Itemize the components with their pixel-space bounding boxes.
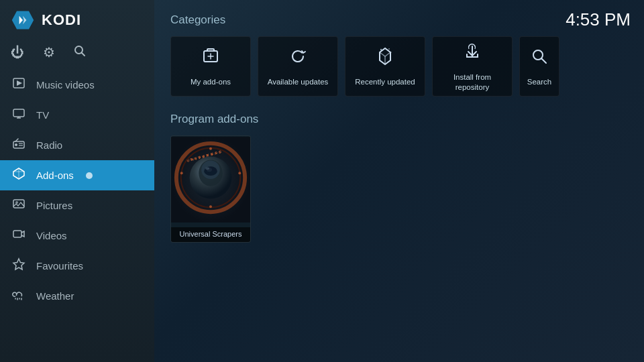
my-addons-icon [200,46,221,72]
tv-icon [11,107,27,123]
time-display: 4:53 PM [566,9,631,30]
sidebar-label-music-videos: Music videos [36,79,95,90]
favourites-icon [11,257,27,274]
sidebar-item-tv[interactable]: TV [0,100,154,130]
addons-icon [11,167,27,184]
app-header: KODI [0,0,154,40]
svg-point-46 [180,172,183,174]
svg-point-45 [238,172,241,174]
search-icon[interactable] [74,45,86,60]
svg-rect-15 [13,200,24,208]
available-updates-icon [287,46,309,72]
settings-icon[interactable]: ⚙ [43,44,55,60]
svg-point-47 [209,205,212,208]
svg-point-11 [15,143,17,146]
sidebar-item-music-videos[interactable]: Music videos [0,70,154,100]
svg-point-27 [380,49,382,50]
main-content: 4:53 PM Categories My add-ons [154,0,644,362]
categories-row: My add-ons Available updates [170,36,628,97]
install-from-repository-label: Install from repository [451,72,494,93]
svg-point-29 [390,52,392,53]
sidebar-item-videos[interactable]: Videos [0,221,154,251]
app-title: KODI [42,11,81,29]
install-from-repository-icon [462,41,483,67]
power-icon[interactable]: ⏻ [11,45,24,60]
sidebar-item-pictures[interactable]: Pictures [0,190,154,221]
pictures-icon [11,197,27,214]
svg-point-41 [205,167,209,170]
svg-marker-18 [13,259,24,269]
category-search[interactable]: Search [519,36,559,97]
kodi-logo-icon [11,8,35,32]
category-recently-updated[interactable]: Recently updated [345,36,425,97]
category-available-updates[interactable]: Available updates [258,36,338,97]
svg-rect-7 [13,109,24,117]
addons-row: UNIVERSAL SCRAPERS Universal Scrapers [170,135,628,243]
svg-line-32 [542,59,547,64]
addon-label-universal-scrapers: Universal Scrapers [171,227,250,242]
sidebar-label-addons: Add-ons [36,170,74,181]
svg-point-44 [209,147,212,150]
program-addons-heading: Program add-ons [170,113,628,126]
svg-line-4 [82,52,85,56]
svg-marker-6 [17,80,22,86]
top-icons-bar: ⏻ ⚙ [0,40,154,70]
sidebar-label-radio: Radio [36,139,62,151]
search-cat-icon [529,46,550,72]
addon-thumb-universal-scrapers: UNIVERSAL SCRAPERS [171,136,250,223]
category-my-addons[interactable]: My add-ons [170,36,251,97]
recently-updated-label: Recently updated [352,77,418,87]
my-addons-label: My add-ons [188,77,233,87]
sidebar: KODI ⏻ ⚙ Music videos TV Radio [0,0,154,362]
sidebar-label-favourites: Favourites [36,260,83,272]
category-install-from-repository[interactable]: Install from repository [432,36,513,97]
weather-icon [11,288,27,304]
recently-updated-icon [374,46,396,72]
categories-heading: Categories [170,13,628,27]
search-cat-label: Search [525,77,554,87]
svg-point-16 [15,201,18,204]
videos-icon [11,227,27,244]
sidebar-label-tv: TV [36,109,49,121]
sidebar-item-favourites[interactable]: Favourites [0,251,154,281]
sidebar-label-weather: Weather [36,290,74,302]
sidebar-item-weather[interactable]: Weather [0,281,154,311]
sidebar-label-videos: Videos [36,230,67,241]
svg-rect-17 [13,231,21,237]
addon-universal-scrapers[interactable]: UNIVERSAL SCRAPERS Universal Scrapers [170,135,251,243]
sidebar-item-addons[interactable]: Add-ons [0,160,154,190]
cursor-indicator [86,172,93,179]
available-updates-label: Available updates [265,77,331,87]
sidebar-label-pictures: Pictures [36,200,72,211]
sidebar-item-radio[interactable]: Radio [0,130,154,160]
radio-icon [11,137,27,154]
svg-point-28 [388,48,390,50]
music-videos-icon [11,76,27,93]
